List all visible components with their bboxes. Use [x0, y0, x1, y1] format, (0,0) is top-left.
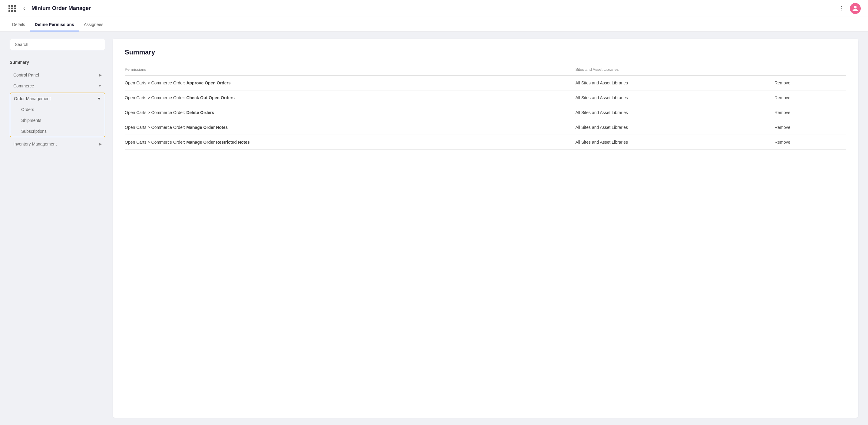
sidebar-item-order-management[interactable]: Order Management ▼: [10, 93, 105, 104]
sites-cell: All Sites and Asset Libraries: [575, 76, 774, 91]
permission-bold: Approve Open Orders: [186, 80, 230, 85]
col-action-header: [774, 65, 846, 76]
sidebar-item-commerce[interactable]: Commerce ▼: [10, 80, 105, 91]
sidebar-item-label: Orders: [21, 107, 34, 112]
sidebar-item-orders[interactable]: Orders: [18, 104, 105, 115]
permission-bold: Delete Orders: [186, 110, 214, 115]
action-cell: Remove: [774, 105, 846, 120]
permissions-table: Permissions Sites and Asset Libraries Op…: [125, 65, 846, 150]
table-row: Open Carts > Commerce Order: Manage Orde…: [125, 135, 846, 150]
permission-cell: Open Carts > Commerce Order: Manage Orde…: [125, 120, 575, 135]
grid-icon[interactable]: [7, 4, 17, 13]
top-nav: ‹ Minium Order Manager ⋮: [0, 0, 868, 17]
table-row: Open Carts > Commerce Order: Delete Orde…: [125, 105, 846, 120]
permission-prefix: Open Carts > Commerce Order:: [125, 80, 186, 85]
permission-cell: Open Carts > Commerce Order: Manage Orde…: [125, 135, 575, 150]
nav-right: ⋮: [839, 3, 861, 14]
remove-button[interactable]: Remove: [774, 95, 790, 100]
permission-bold: Manage Order Notes: [186, 125, 228, 130]
tab-details[interactable]: Details: [7, 19, 30, 31]
tab-assignees[interactable]: Assignees: [79, 19, 108, 31]
col-sites-header: Sites and Asset Libraries: [575, 65, 774, 76]
action-cell: Remove: [774, 76, 846, 91]
tab-bar: Details Define Permissions Assignees: [0, 17, 868, 31]
app-title: Minium Order Manager: [31, 5, 839, 11]
chevron-down-icon: ▼: [97, 96, 101, 101]
chevron-right-icon: ▶: [99, 73, 102, 77]
sidebar-item-label: Control Panel: [13, 73, 39, 77]
permission-cell: Open Carts > Commerce Order: Delete Orde…: [125, 105, 575, 120]
sites-cell: All Sites and Asset Libraries: [575, 91, 774, 105]
left-sidebar: Summary Control Panel ▶ Commerce ▼ Order…: [10, 39, 113, 418]
remove-button[interactable]: Remove: [774, 80, 790, 85]
action-cell: Remove: [774, 135, 846, 150]
sidebar-item-label: Commerce: [13, 84, 34, 88]
sidebar-item-label: Shipments: [21, 118, 41, 123]
remove-button[interactable]: Remove: [774, 125, 790, 130]
sidebar-item-shipments[interactable]: Shipments: [18, 115, 105, 126]
sites-cell: All Sites and Asset Libraries: [575, 105, 774, 120]
action-cell: Remove: [774, 120, 846, 135]
remove-button[interactable]: Remove: [774, 140, 790, 144]
sites-cell: All Sites and Asset Libraries: [575, 120, 774, 135]
search-input[interactable]: [10, 39, 105, 50]
sidebar-item-label: Subscriptions: [21, 129, 46, 134]
permission-prefix: Open Carts > Commerce Order:: [125, 140, 186, 144]
panel-title: Summary: [125, 48, 846, 56]
table-row: Open Carts > Commerce Order: Approve Ope…: [125, 76, 846, 91]
permission-prefix: Open Carts > Commerce Order:: [125, 95, 186, 100]
chevron-right-icon: ▶: [99, 142, 102, 146]
remove-button[interactable]: Remove: [774, 110, 790, 115]
right-panel: Summary Permissions Sites and Asset Libr…: [113, 39, 858, 418]
permission-cell: Open Carts > Commerce Order: Approve Ope…: [125, 76, 575, 91]
permission-bold: Check Out Open Orders: [186, 95, 234, 100]
sidebar-item-subscriptions[interactable]: Subscriptions: [18, 126, 105, 137]
user-avatar[interactable]: [850, 3, 861, 14]
col-permissions-header: Permissions: [125, 65, 575, 76]
order-management-subitems: Orders Shipments Subscriptions: [10, 104, 105, 137]
permission-cell: Open Carts > Commerce Order: Check Out O…: [125, 91, 575, 105]
chevron-down-icon: ▼: [98, 84, 102, 88]
sidebar-item-label: Inventory Management: [13, 141, 57, 146]
table-row: Open Carts > Commerce Order: Manage Orde…: [125, 120, 846, 135]
action-cell: Remove: [774, 91, 846, 105]
order-management-box: Order Management ▼ Orders Shipments Subs…: [10, 93, 105, 137]
main-content: Summary Control Panel ▶ Commerce ▼ Order…: [0, 31, 868, 425]
permission-prefix: Open Carts > Commerce Order:: [125, 110, 186, 115]
back-button[interactable]: ‹: [20, 4, 29, 13]
sites-cell: All Sites and Asset Libraries: [575, 135, 774, 150]
sidebar-item-label: Order Management: [14, 96, 51, 101]
permission-prefix: Open Carts > Commerce Order:: [125, 125, 186, 130]
more-options-icon[interactable]: ⋮: [839, 5, 845, 12]
tab-define-permissions[interactable]: Define Permissions: [30, 19, 79, 31]
sidebar-item-inventory-management[interactable]: Inventory Management ▶: [10, 138, 105, 150]
sidebar-item-control-panel[interactable]: Control Panel ▶: [10, 70, 105, 80]
permission-bold: Manage Order Restricted Notes: [186, 140, 249, 144]
search-input-wrap: [10, 39, 105, 50]
table-row: Open Carts > Commerce Order: Check Out O…: [125, 91, 846, 105]
summary-section-title: Summary: [10, 58, 105, 70]
